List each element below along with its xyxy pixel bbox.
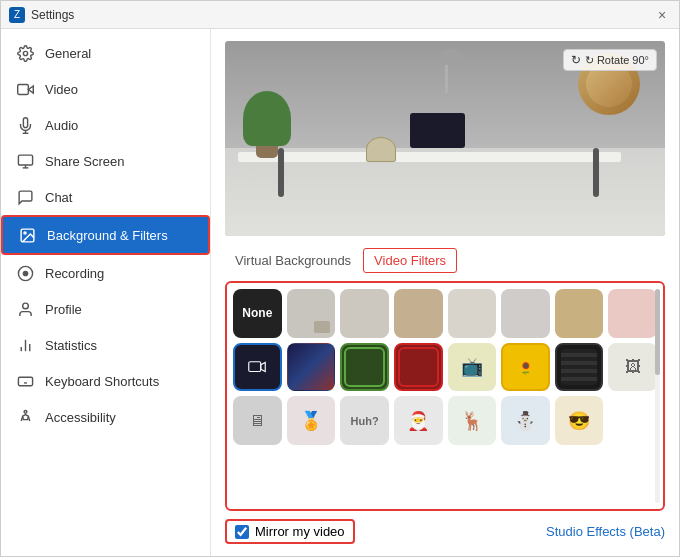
filter-tv2-icon: 🖥 <box>249 412 265 430</box>
filter-none-label: None <box>242 306 272 320</box>
plant-body <box>243 91 291 146</box>
filter-item-16[interactable]: 🖥 <box>233 396 282 445</box>
filter-item-4[interactable] <box>448 289 497 338</box>
camera-preview: ↻ ↻ Rotate 90° <box>225 41 665 236</box>
lamp-stem <box>445 65 448 93</box>
filter-screenshot-icon: 🖼 <box>625 358 641 376</box>
titlebar: Z Settings × <box>1 1 679 29</box>
filter-item-3[interactable] <box>394 289 443 338</box>
filter-border2 <box>398 347 439 388</box>
filter-santa-icon: 🎅 <box>407 410 429 432</box>
monitor <box>410 113 465 148</box>
desk-leg-right <box>593 148 599 197</box>
filter-cool-icon: 😎 <box>568 410 590 432</box>
svg-marker-1 <box>28 85 33 92</box>
sidebar-item-statistics[interactable]: Statistics <box>1 327 210 363</box>
filter-item-9[interactable] <box>287 343 336 392</box>
sidebar-label-share-screen: Share Screen <box>45 154 125 169</box>
svg-point-24 <box>24 410 27 413</box>
tab-video-filters[interactable]: Video Filters <box>363 248 457 273</box>
filter-item-5[interactable] <box>501 289 550 338</box>
filter-tv-icon: 📺 <box>461 356 483 378</box>
tab-virtual-backgrounds[interactable]: Virtual Backgrounds <box>225 249 361 272</box>
recording-icon <box>15 263 35 283</box>
svg-point-12 <box>22 303 28 309</box>
scrollbar-track <box>655 289 660 503</box>
sidebar-label-keyboard: Keyboard Shortcuts <box>45 374 159 389</box>
sidebar-item-accessibility[interactable]: Accessibility <box>1 399 210 435</box>
main-content: ↻ ↻ Rotate 90° Virtual Backgrounds Video… <box>211 29 679 556</box>
filter-item-12[interactable]: 📺 <box>448 343 497 392</box>
sidebar-item-background[interactable]: Background & Filters <box>1 215 210 255</box>
svg-rect-16 <box>18 377 32 386</box>
studio-effects-link[interactable]: Studio Effects (Beta) <box>546 524 665 539</box>
sidebar-item-keyboard[interactable]: Keyboard Shortcuts <box>1 363 210 399</box>
sidebar-item-video[interactable]: Video <box>1 71 210 107</box>
sidebar: General Video Audio Share <box>1 29 211 556</box>
filter-item-6[interactable] <box>555 289 604 338</box>
filter-item-1[interactable] <box>287 289 336 338</box>
desk-leg-left <box>278 148 284 197</box>
svg-marker-26 <box>261 362 266 371</box>
sidebar-label-recording: Recording <box>45 266 104 281</box>
filter-none[interactable]: None <box>233 289 282 338</box>
basket <box>366 137 396 162</box>
sidebar-label-profile: Profile <box>45 302 82 317</box>
filter-item-15[interactable]: 🖼 <box>608 343 657 392</box>
sidebar-item-audio[interactable]: Audio <box>1 107 210 143</box>
bottom-row: Mirror my video Studio Effects (Beta) <box>225 519 665 544</box>
sidebar-label-statistics: Statistics <box>45 338 97 353</box>
sidebar-item-chat[interactable]: Chat <box>1 179 210 215</box>
filter-item-22[interactable]: 😎 <box>555 396 604 445</box>
filter-item-10[interactable] <box>340 343 389 392</box>
close-button[interactable]: × <box>653 6 671 24</box>
audio-icon <box>15 115 35 135</box>
window-title: Settings <box>31 8 74 22</box>
filter-huh-label: Huh? <box>351 415 379 427</box>
svg-point-11 <box>23 271 27 275</box>
chat-icon <box>15 187 35 207</box>
lamp <box>436 49 456 93</box>
plant <box>243 91 291 158</box>
rotate-button[interactable]: ↻ ↻ Rotate 90° <box>563 49 657 71</box>
desk-surface <box>238 152 621 162</box>
filter-item-20[interactable]: 🦌 <box>448 396 497 445</box>
rotate-label: ↻ Rotate 90° <box>585 54 649 67</box>
sidebar-item-recording[interactable]: Recording <box>1 255 210 291</box>
background-icon <box>17 225 37 245</box>
svg-rect-5 <box>18 155 32 165</box>
filter-sun-icon: 🌻 <box>517 359 534 375</box>
sidebar-label-audio: Audio <box>45 118 78 133</box>
filter-reindeer-icon: 🦌 <box>461 410 483 432</box>
filter-item-17[interactable]: 🏅 <box>287 396 336 445</box>
sidebar-item-share-screen[interactable]: Share Screen <box>1 143 210 179</box>
mirror-video-text: Mirror my video <box>255 524 345 539</box>
filter-item-7[interactable] <box>608 289 657 338</box>
svg-point-9 <box>23 231 25 233</box>
mirror-video-label[interactable]: Mirror my video <box>225 519 355 544</box>
app-icon: Z <box>9 7 25 23</box>
sidebar-item-general[interactable]: General <box>1 35 210 71</box>
filter-snowman-icon: ⛄ <box>514 410 536 432</box>
statistics-icon <box>15 335 35 355</box>
filter-item-18[interactable]: Huh? <box>340 396 389 445</box>
filter-tabs: Virtual Backgrounds Video Filters <box>225 248 665 273</box>
filter-grid-pattern <box>561 349 597 385</box>
filter-item-14[interactable] <box>555 343 604 392</box>
filter-item-19[interactable]: 🎅 <box>394 396 443 445</box>
filter-item-21[interactable]: ⛄ <box>501 396 550 445</box>
filter-item-8[interactable] <box>233 343 282 392</box>
profile-icon <box>15 299 35 319</box>
sidebar-label-chat: Chat <box>45 190 72 205</box>
filter-item-11[interactable] <box>394 343 443 392</box>
general-icon <box>15 43 35 63</box>
filter-item-13[interactable]: 🌻 <box>501 343 550 392</box>
accessibility-icon <box>15 407 35 427</box>
svg-point-0 <box>23 51 27 55</box>
scrollbar-thumb[interactable] <box>655 289 660 375</box>
filter-item-2[interactable] <box>340 289 389 338</box>
svg-rect-25 <box>249 362 261 372</box>
mirror-video-checkbox[interactable] <box>235 525 249 539</box>
sidebar-item-profile[interactable]: Profile <box>1 291 210 327</box>
desk-scene: ↻ ↻ Rotate 90° <box>225 41 665 236</box>
